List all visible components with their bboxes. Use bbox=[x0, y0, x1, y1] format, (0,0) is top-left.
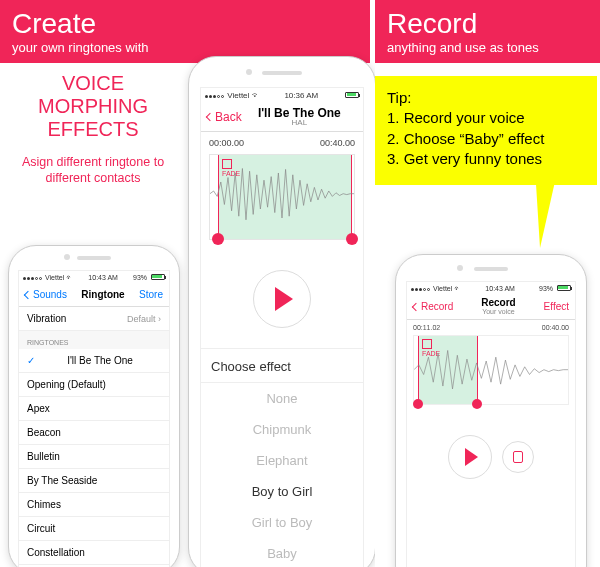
header-subtitle: anything and use as tones bbox=[387, 40, 588, 55]
phone-screen: Viettel ᯤ 10:43 AM 93% Sounds Ringtone S… bbox=[18, 270, 170, 567]
status-left: Viettel ᯤ bbox=[23, 274, 73, 281]
effect-button[interactable]: Effect bbox=[544, 301, 569, 312]
section-header: RINGTONES bbox=[19, 331, 169, 349]
store-button[interactable]: Store bbox=[139, 289, 163, 300]
status-bar: Viettel ᯤ 10:43 AM 93% bbox=[19, 271, 169, 283]
tip-label: Tip: bbox=[387, 88, 585, 108]
tip-callout: Tip: 1. Record your voice 2. Choose “Bab… bbox=[375, 76, 597, 185]
time-end: 00:40.00 bbox=[320, 138, 355, 148]
effect-option[interactable]: Boy to Girl bbox=[201, 476, 363, 507]
ringtone-label: Circuit bbox=[27, 523, 55, 534]
status-left: Viettel ᯤ bbox=[205, 91, 260, 100]
tip-line-3: 3. Get very funny tones bbox=[387, 149, 585, 169]
effect-option[interactable]: Baby bbox=[201, 538, 363, 567]
waveform-icon bbox=[210, 155, 354, 232]
effect-option[interactable]: Girl to Boy bbox=[201, 507, 363, 538]
header-title: Create bbox=[12, 10, 358, 38]
waveform-editor[interactable]: FADE bbox=[413, 335, 569, 405]
trim-handle-left[interactable] bbox=[212, 233, 224, 245]
ringtone-row[interactable]: Circuit bbox=[19, 517, 169, 541]
play-icon bbox=[275, 287, 293, 311]
phone-camera bbox=[64, 254, 70, 260]
panel-create: Create your own ringtones with VOICE MOR… bbox=[0, 0, 370, 567]
nav-title: RecordYour voice bbox=[481, 298, 515, 315]
checkmark-icon: ✓ bbox=[27, 355, 35, 366]
effect-option[interactable]: None bbox=[201, 383, 363, 414]
trim-handle-right[interactable] bbox=[472, 399, 482, 409]
nav-title: I'll Be The OneHAL bbox=[258, 107, 341, 127]
ringtone-label: Opening (Default) bbox=[27, 379, 106, 390]
delete-button[interactable] bbox=[502, 441, 534, 473]
promo-desc: Asign different ringtone to different co… bbox=[8, 155, 178, 186]
phone-speaker bbox=[262, 71, 302, 75]
chevron-left-icon bbox=[412, 302, 420, 310]
phone-screen: Viettel ᯤ 10:36 AM Back I'll Be The OneH… bbox=[200, 87, 364, 567]
status-right: 93% bbox=[539, 285, 571, 292]
status-bar: Viettel ᯤ 10:43 AM 93% bbox=[407, 282, 575, 294]
time-end: 00:40.00 bbox=[542, 324, 569, 331]
time-row: 00:11.02 00:40.00 bbox=[407, 320, 575, 335]
header-create: Create your own ringtones with bbox=[0, 0, 370, 63]
panel-record: Record anything and use as tones Tip: 1.… bbox=[375, 0, 600, 567]
nav-bar: Record RecordYour voice Effect bbox=[407, 294, 575, 320]
header-record: Record anything and use as tones bbox=[375, 0, 600, 63]
phone-screen: Viettel ᯤ 10:43 AM 93% Record RecordYour… bbox=[406, 281, 576, 567]
header-subtitle: your own ringtones with bbox=[12, 40, 358, 55]
vibration-label: Vibration bbox=[27, 313, 66, 324]
nav-bar: Sounds Ringtone Store bbox=[19, 283, 169, 307]
phone-camera bbox=[457, 265, 463, 271]
status-time: 10:43 AM bbox=[485, 285, 515, 292]
ringtone-row[interactable]: By The Seaside bbox=[19, 469, 169, 493]
phone-camera bbox=[246, 69, 252, 75]
back-button[interactable]: Sounds bbox=[25, 289, 67, 300]
vibration-value: Default › bbox=[127, 314, 161, 324]
ringtone-row[interactable]: ✓I'll Be The One bbox=[19, 349, 169, 373]
chevron-left-icon bbox=[206, 112, 214, 120]
effect-option[interactable]: Elephant bbox=[201, 445, 363, 476]
ringtone-row[interactable]: Constellation bbox=[19, 541, 169, 565]
ringtone-label: I'll Be The One bbox=[67, 355, 133, 366]
phone-speaker bbox=[77, 256, 111, 260]
status-right: 93% bbox=[133, 274, 165, 281]
ringtone-label: By The Seaside bbox=[27, 475, 97, 486]
choose-effect-label: Choose effect bbox=[201, 348, 363, 383]
header-title: Record bbox=[387, 10, 588, 38]
callout-tail-icon bbox=[535, 168, 558, 248]
time-start: 00:00.00 bbox=[209, 138, 244, 148]
waveform-editor[interactable]: FADE bbox=[209, 154, 355, 240]
ringtone-row[interactable]: Bulletin bbox=[19, 445, 169, 469]
trash-icon bbox=[513, 451, 523, 463]
status-right bbox=[343, 91, 359, 100]
ringtone-label: Bulletin bbox=[27, 451, 60, 462]
ringtone-label: Apex bbox=[27, 403, 50, 414]
ringtone-row[interactable]: Apex bbox=[19, 397, 169, 421]
effect-picker[interactable]: NoneChipmunkElephantBoy to GirlGirl to B… bbox=[201, 383, 363, 567]
vibration-row[interactable]: Vibration Default › bbox=[19, 307, 169, 331]
back-button[interactable]: Back bbox=[207, 110, 242, 124]
effect-option[interactable]: Chipmunk bbox=[201, 414, 363, 445]
time-start: 00:11.02 bbox=[413, 324, 440, 331]
play-button[interactable] bbox=[253, 270, 311, 328]
play-icon bbox=[465, 448, 478, 466]
tip-line-2: 2. Choose “Baby” effect bbox=[387, 129, 585, 149]
phone-editor: Viettel ᯤ 10:36 AM Back I'll Be The OneH… bbox=[188, 56, 376, 567]
time-row: 00:00.00 00:40.00 bbox=[201, 132, 363, 154]
ringtone-list: ✓I'll Be The OneOpening (Default)ApexBea… bbox=[19, 349, 169, 567]
ringtone-row[interactable]: Beacon bbox=[19, 421, 169, 445]
chevron-left-icon bbox=[24, 290, 32, 298]
trim-handle-left[interactable] bbox=[413, 399, 423, 409]
nav-bar: Back I'll Be The OneHAL bbox=[201, 102, 363, 132]
phone-speaker bbox=[474, 267, 508, 271]
play-button[interactable] bbox=[448, 435, 492, 479]
nav-title: Ringtone bbox=[81, 289, 124, 300]
phone-ringtone-list: Viettel ᯤ 10:43 AM 93% Sounds Ringtone S… bbox=[8, 245, 180, 567]
phone-recorder: Viettel ᯤ 10:43 AM 93% Record RecordYour… bbox=[395, 254, 587, 567]
ringtone-row[interactable]: Opening (Default) bbox=[19, 373, 169, 397]
button-row bbox=[407, 435, 575, 479]
tip-line-1: 1. Record your voice bbox=[387, 108, 585, 128]
ringtone-label: Constellation bbox=[27, 547, 85, 558]
ringtone-label: Chimes bbox=[27, 499, 61, 510]
ringtone-row[interactable]: Chimes bbox=[19, 493, 169, 517]
trim-handle-right[interactable] bbox=[346, 233, 358, 245]
back-button[interactable]: Record bbox=[413, 301, 453, 312]
